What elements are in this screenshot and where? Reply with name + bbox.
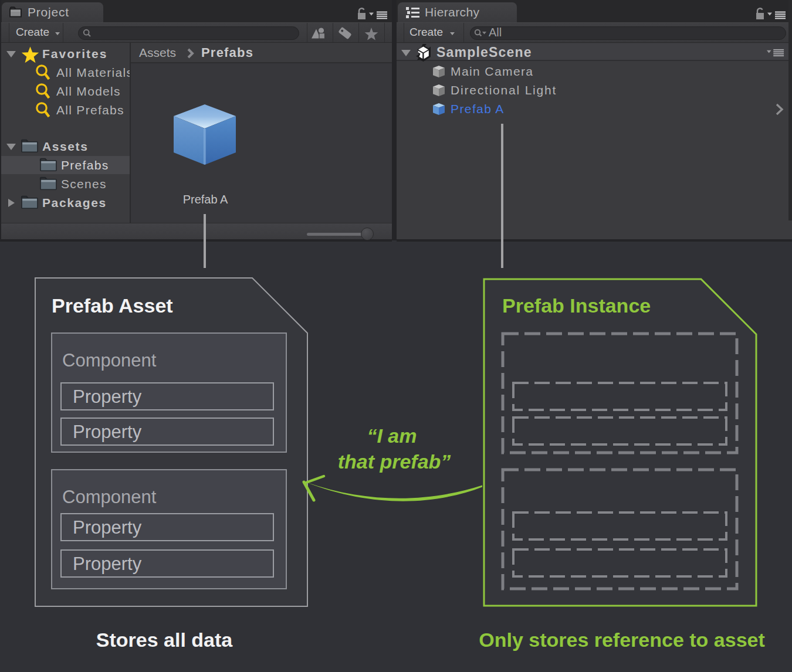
svg-text:Property: Property [73, 422, 142, 442]
svg-text:Prefab Instance: Prefab Instance [502, 294, 651, 317]
svg-text:Only stores reference to asset: Only stores reference to asset [479, 629, 765, 651]
svg-text:Property: Property [73, 517, 142, 538]
svg-text:that prefab”: that prefab” [338, 450, 451, 473]
svg-text:Component: Component [62, 350, 157, 371]
svg-text:Property: Property [73, 386, 142, 407]
svg-text:Prefab Asset: Prefab Asset [52, 294, 173, 317]
svg-text:Property: Property [73, 554, 142, 574]
svg-text:Stores all data: Stores all data [96, 629, 233, 651]
svg-text:Component: Component [62, 487, 157, 507]
svg-text:“I am: “I am [367, 425, 417, 447]
